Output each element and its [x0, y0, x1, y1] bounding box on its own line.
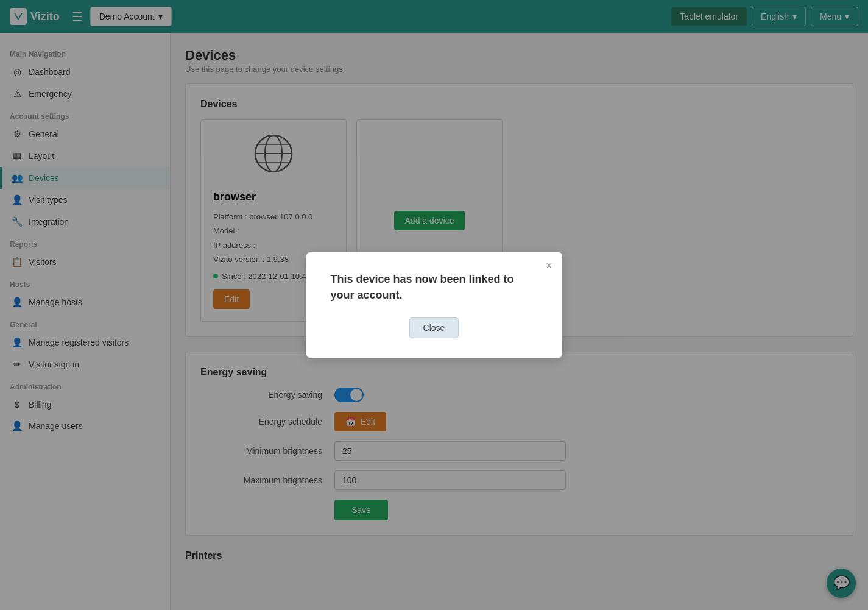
modal-overlay[interactable]: × This device has now been linked to you… — [0, 0, 868, 610]
modal-title: This device has now been linked to your … — [331, 272, 538, 302]
modal: × This device has now been linked to you… — [306, 252, 562, 357]
modal-close-x-button[interactable]: × — [546, 260, 552, 272]
modal-close-button[interactable]: Close — [409, 317, 459, 338]
